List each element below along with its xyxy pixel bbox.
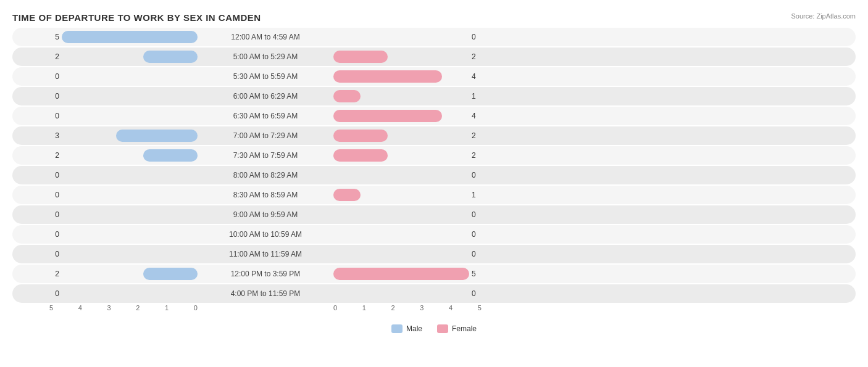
- chart-title: TIME OF DEPARTURE TO WORK BY SEX IN CAMD…: [12, 12, 856, 23]
- time-label: 6:30 AM to 6:59 AM: [198, 112, 333, 120]
- legend-male-box: [391, 324, 403, 333]
- male-value: 0: [47, 210, 59, 219]
- female-value: 1: [472, 191, 484, 199]
- table-row: 08:30 AM to 8:59 AM1: [12, 186, 856, 204]
- female-value: 2: [472, 131, 484, 140]
- male-value: 0: [47, 92, 59, 101]
- chart-container: TIME OF DEPARTURE TO WORK BY SEX IN CAMD…: [0, 0, 868, 367]
- time-label: 4:00 PM to 11:59 PM: [198, 289, 333, 298]
- female-value: 5: [472, 270, 484, 278]
- axis-row: 543210012345: [12, 304, 856, 311]
- time-label: 8:00 AM to 8:29 AM: [198, 171, 333, 179]
- female-bar: [333, 90, 361, 102]
- male-bar: [62, 31, 198, 43]
- male-value: 3: [47, 131, 59, 140]
- male-value: 2: [47, 52, 59, 61]
- table-row: 27:30 AM to 7:59 AM2: [12, 146, 856, 165]
- female-value: 0: [472, 33, 484, 41]
- female-bar: [333, 51, 388, 63]
- table-row: 06:30 AM to 6:59 AM4: [12, 107, 856, 125]
- table-row: 04:00 PM to 11:59 PM0: [12, 284, 856, 303]
- male-bar: [143, 268, 198, 280]
- male-value: 2: [47, 270, 59, 278]
- male-bar: [143, 51, 198, 63]
- time-label: 12:00 PM to 3:59 PM: [198, 270, 333, 278]
- female-bar: [333, 70, 442, 83]
- table-row: 011:00 AM to 11:59 AM0: [12, 245, 856, 263]
- table-row: 09:00 AM to 9:59 AM0: [12, 205, 856, 224]
- male-value: 5: [47, 33, 59, 41]
- legend-female-box: [437, 324, 448, 333]
- legend: Male Female: [12, 324, 856, 333]
- female-value: 4: [472, 72, 484, 81]
- female-value: 0: [472, 250, 484, 258]
- female-value: 0: [472, 230, 484, 239]
- male-value: 0: [47, 289, 59, 298]
- female-value: 1: [472, 92, 484, 101]
- female-value: 4: [472, 112, 484, 120]
- male-bar: [143, 149, 198, 162]
- male-value: 0: [47, 250, 59, 258]
- female-value: 0: [472, 210, 484, 219]
- time-label: 12:00 AM to 4:59 AM: [198, 33, 333, 41]
- table-row: 05:30 AM to 5:59 AM4: [12, 67, 856, 86]
- male-value: 0: [47, 171, 59, 179]
- time-label: 7:00 AM to 7:29 AM: [198, 131, 333, 140]
- table-row: 06:00 AM to 6:29 AM1: [12, 87, 856, 105]
- female-bar: [333, 110, 442, 122]
- table-row: 010:00 AM to 10:59 AM0: [12, 225, 856, 244]
- legend-female-label: Female: [452, 324, 477, 333]
- time-label: 11:00 AM to 11:59 AM: [198, 250, 333, 258]
- legend-female: Female: [437, 324, 477, 333]
- male-value: 0: [47, 230, 59, 239]
- female-value: 2: [472, 151, 484, 160]
- male-value: 0: [47, 191, 59, 199]
- male-value: 2: [47, 151, 59, 160]
- time-label: 5:00 AM to 5:29 AM: [198, 52, 333, 61]
- time-label: 6:00 AM to 6:29 AM: [198, 92, 333, 101]
- table-row: 25:00 AM to 5:29 AM2: [12, 47, 856, 66]
- female-value: 0: [472, 289, 484, 298]
- table-row: 512:00 AM to 4:59 AM0: [12, 28, 856, 46]
- time-label: 8:30 AM to 8:59 AM: [198, 191, 333, 199]
- table-row: 37:00 AM to 7:29 AM2: [12, 126, 856, 145]
- male-value: 0: [47, 112, 59, 120]
- female-bar: [333, 149, 388, 162]
- male-value: 0: [47, 72, 59, 81]
- legend-male-label: Male: [406, 324, 422, 333]
- source-text: Source: ZipAtlas.com: [791, 12, 856, 20]
- female-value: 0: [472, 171, 484, 179]
- female-value: 2: [472, 52, 484, 61]
- legend-male: Male: [391, 324, 422, 333]
- time-label: 7:30 AM to 7:59 AM: [198, 151, 333, 160]
- female-bar: [333, 268, 469, 280]
- time-label: 9:00 AM to 9:59 AM: [198, 210, 333, 219]
- time-label: 5:30 AM to 5:59 AM: [198, 72, 333, 81]
- female-bar: [333, 189, 361, 201]
- chart-area: 512:00 AM to 4:59 AM025:00 AM to 5:29 AM…: [12, 28, 856, 321]
- table-row: 212:00 PM to 3:59 PM5: [12, 265, 856, 283]
- female-bar: [333, 130, 388, 142]
- table-row: 08:00 AM to 8:29 AM0: [12, 166, 856, 184]
- male-bar: [116, 130, 198, 142]
- time-label: 10:00 AM to 10:59 AM: [198, 230, 333, 239]
